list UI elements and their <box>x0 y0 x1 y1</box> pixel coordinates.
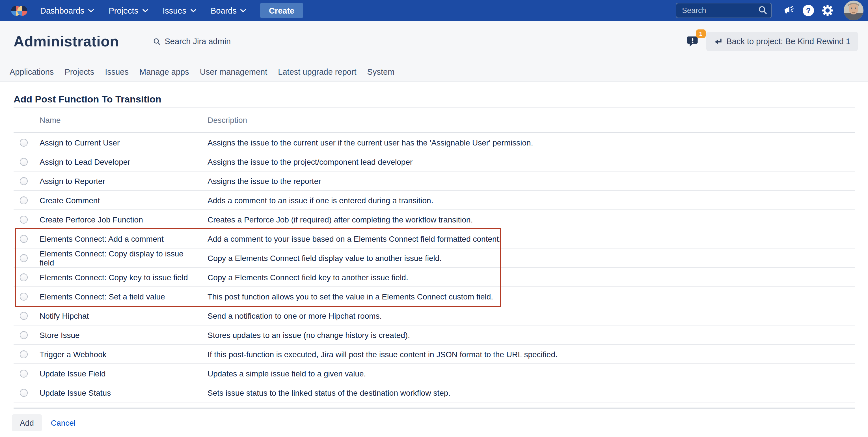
chevron-down-icon <box>241 9 246 12</box>
table-row[interactable]: Update Issue Status Sets issue status to… <box>13 383 855 403</box>
top-navbar: Dashboards Projects Issues Board <box>0 0 868 21</box>
gear-icon <box>822 4 833 17</box>
radio-button[interactable] <box>20 369 28 377</box>
table-row[interactable]: Store Issue Stores updates to an issue (… <box>13 325 855 345</box>
radio-button[interactable] <box>20 177 28 185</box>
tab-manage-apps[interactable]: Manage apps <box>140 67 189 76</box>
radio-button[interactable] <box>20 196 28 204</box>
radio-button[interactable] <box>20 273 28 281</box>
post-function-name: Elements Connect: Add a comment <box>39 234 195 243</box>
radio-button[interactable] <box>20 292 28 300</box>
table-row[interactable]: Elements Connect: Copy key to issue fiel… <box>13 268 855 287</box>
table-row[interactable]: Trigger a Webhook If this post-function … <box>13 345 855 364</box>
post-function-name: Notify Hipchat <box>39 311 195 320</box>
jira-logo[interactable] <box>11 3 28 19</box>
post-function-name: Store Issue <box>39 330 195 339</box>
admin-tabs: Applications Projects Issues Manage apps… <box>0 62 868 82</box>
primary-nav: Dashboards Projects Issues Board <box>33 0 254 21</box>
tab-system[interactable]: System <box>367 67 395 76</box>
table-row[interactable]: Create Perforce Job Function Creates a P… <box>13 210 855 229</box>
search-icon <box>154 38 161 45</box>
admin-search-label: Search Jira admin <box>165 37 231 46</box>
add-button[interactable]: Add <box>12 414 42 431</box>
post-function-table: Name Description Assign to Current User … <box>13 108 855 409</box>
table-row[interactable]: Elements Connect: Set a field value This… <box>13 287 855 306</box>
table-row[interactable]: Assign to Current User Assigns the issue… <box>13 133 855 152</box>
tab-issues[interactable]: Issues <box>105 67 129 76</box>
post-function-name: Assign to Reporter <box>39 176 195 185</box>
post-function-description: Assigns the issue to the current user if… <box>208 138 533 147</box>
table-row[interactable]: Elements Connect: Copy display to issue … <box>13 249 855 268</box>
tab-user-management[interactable]: User management <box>200 67 268 76</box>
radio-button[interactable] <box>20 331 28 339</box>
feedback-button[interactable]: 1 <box>686 34 701 49</box>
navbar-search <box>676 3 772 18</box>
create-button[interactable]: Create <box>260 3 303 18</box>
nav-menu-issues[interactable]: Issues <box>155 0 203 21</box>
post-function-description: Send a notification to one or more Hipch… <box>208 311 382 320</box>
megaphone-icon <box>783 5 795 16</box>
post-function-name: Trigger a Webhook <box>39 350 195 358</box>
admin-header-row: Administration Search Jira admin 1 <box>0 21 868 62</box>
tab-latest-upgrade-report[interactable]: Latest upgrade report <box>278 67 356 76</box>
radio-button[interactable] <box>20 158 28 166</box>
jira-admin-page: Dashboards Projects Issues Board <box>0 0 868 437</box>
back-to-project-button[interactable]: Back to project: Be Kind Rewind 1 <box>706 32 858 51</box>
post-function-name: Update Issue Field <box>39 369 195 378</box>
chevron-down-icon <box>88 9 94 12</box>
radio-button[interactable] <box>20 388 28 397</box>
post-function-name: Create Comment <box>39 196 195 205</box>
notification-badge: 1 <box>696 29 706 38</box>
table-row[interactable]: Assign to Lead Developer Assigns the iss… <box>13 152 855 172</box>
table-row[interactable]: Assign to Reporter Assigns the issue to … <box>13 172 855 191</box>
chevron-down-icon <box>142 9 148 12</box>
post-function-description: Adds a comment to an issue if one is ent… <box>208 196 433 205</box>
radio-button[interactable] <box>20 138 28 146</box>
chevron-down-icon <box>190 9 196 12</box>
table-bottom-border <box>13 403 855 409</box>
post-function-description: Stores updates to an issue (no change hi… <box>208 330 410 339</box>
page-title: Administration <box>13 33 119 50</box>
nav-menu-projects[interactable]: Projects <box>101 0 155 21</box>
post-function-name: Assign to Current User <box>39 138 195 147</box>
radio-button[interactable] <box>20 254 28 262</box>
announcements-button[interactable] <box>779 1 799 20</box>
post-function-name: Elements Connect: Copy key to issue fiel… <box>39 272 195 282</box>
admin-search[interactable]: Search Jira admin <box>154 37 231 46</box>
post-function-description: Copy a Elements Connect field display va… <box>208 253 442 262</box>
nav-menu-boards[interactable]: Boards <box>203 0 254 21</box>
post-function-description: Assigns the issue to the project/compone… <box>208 157 412 166</box>
table-row[interactable]: Update Issue Field Updates a simple issu… <box>13 364 855 383</box>
cancel-link[interactable]: Cancel <box>51 418 75 427</box>
radio-button[interactable] <box>20 350 28 358</box>
settings-button[interactable] <box>818 1 837 20</box>
main-content: Add Post Function To Transition Name Des… <box>0 94 868 431</box>
table-row[interactable]: Elements Connect: Add a comment Add a co… <box>13 229 855 249</box>
table-row[interactable]: Notify Hipchat Send a notification to on… <box>13 306 855 325</box>
radio-button[interactable] <box>20 215 28 223</box>
svg-text:?: ? <box>806 6 811 15</box>
search-input[interactable] <box>676 3 772 18</box>
nav-menu-dashboards[interactable]: Dashboards <box>33 0 101 21</box>
user-avatar[interactable] <box>844 1 864 20</box>
section-title: Add Post Function To Transition <box>13 94 855 108</box>
table-row[interactable]: Create Comment Adds a comment to an issu… <box>13 191 855 210</box>
post-function-description: Assigns the issue to the reporter <box>208 176 321 185</box>
back-button-label: Back to project: Be Kind Rewind 1 <box>726 37 850 46</box>
post-function-description: If this post-function is executed, Jira … <box>208 350 558 358</box>
table-body: Assign to Current User Assigns the issue… <box>13 133 855 403</box>
post-function-description: This post function allows you to set the… <box>208 292 493 301</box>
tab-applications[interactable]: Applications <box>10 67 54 76</box>
post-function-description: Copy a Elements Connect field key to ano… <box>208 272 408 282</box>
post-function-description: Sets issue status to the linked status o… <box>208 388 451 397</box>
post-function-name: Create Perforce Job Function <box>39 215 195 224</box>
tab-projects[interactable]: Projects <box>64 67 94 76</box>
form-actions: Add Cancel <box>12 414 868 431</box>
help-button[interactable]: ? <box>799 1 818 20</box>
post-function-description: Creates a Perforce Job (if required) aft… <box>208 215 473 224</box>
radio-button[interactable] <box>20 235 28 242</box>
table-header-row: Name Description <box>13 108 855 133</box>
radio-button[interactable] <box>20 312 28 320</box>
post-function-name: Update Issue Status <box>39 388 195 397</box>
question-circle-icon: ? <box>802 4 814 17</box>
